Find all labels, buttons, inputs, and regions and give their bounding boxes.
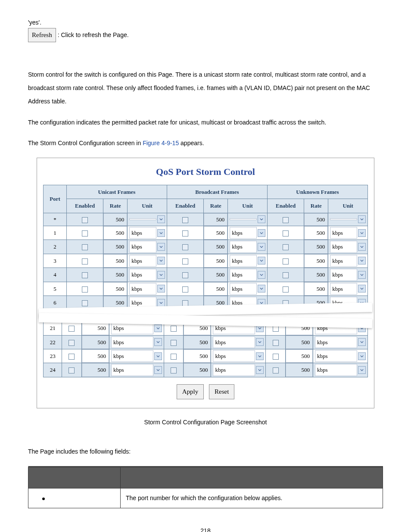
dropdown-arrow-icon[interactable] [358,271,366,279]
checkbox[interactable] [82,286,88,292]
checkbox[interactable] [182,286,188,292]
dropdown-arrow-icon[interactable] [157,229,165,237]
checkbox[interactable] [283,286,289,292]
dropdown-arrow-icon[interactable] [358,285,366,292]
rate-input[interactable]: 500 [103,268,127,281]
rate-input[interactable]: 500 [304,226,328,240]
checkbox[interactable] [171,340,177,346]
checkbox[interactable] [68,326,75,332]
rate-input[interactable]: 500 [286,349,313,363]
checkbox[interactable] [171,326,177,332]
dropdown-arrow-icon[interactable] [358,215,366,223]
checkbox[interactable] [273,340,279,346]
dropdown-arrow-icon[interactable] [154,324,162,332]
dropdown-arrow-icon[interactable] [258,257,265,264]
checkbox[interactable] [283,217,289,223]
checkbox[interactable] [182,230,188,236]
dropdown-arrow-icon[interactable] [157,285,165,292]
checkbox[interactable] [273,354,279,360]
unit-select[interactable]: kbps [230,269,257,280]
dropdown-arrow-icon[interactable] [258,243,265,251]
rate-input[interactable]: 500 [304,254,328,268]
unit-select[interactable]: kbps [230,255,257,267]
rate-input[interactable]: 500 [82,349,109,363]
refresh-button[interactable]: Refresh [28,28,56,42]
dropdown-arrow-icon[interactable] [258,215,265,223]
rate-input[interactable]: 500 [304,213,328,226]
rate-input[interactable]: 500 [204,268,227,281]
unit-select[interactable]: kbps [230,283,257,295]
unit-select[interactable]: kbps [213,350,255,362]
dropdown-arrow-icon[interactable] [258,229,265,237]
dropdown-arrow-icon[interactable] [358,243,366,251]
unit-select[interactable]: kbps [129,269,156,280]
figure-link[interactable]: Figure 4-9-15 [143,140,179,146]
rate-input[interactable]: 500 [204,213,227,226]
unit-select[interactable] [129,218,156,220]
unit-select[interactable]: kbps [111,350,153,362]
unit-select[interactable]: kbps [129,255,156,267]
rate-input[interactable]: 500 [82,336,109,349]
checkbox[interactable] [171,367,177,373]
unit-select[interactable] [230,218,257,220]
checkbox[interactable] [82,217,88,223]
unit-select[interactable]: kbps [230,227,257,239]
dropdown-arrow-icon[interactable] [157,271,165,279]
unit-select[interactable]: kbps [315,364,357,376]
unit-select[interactable]: kbps [330,283,357,295]
dropdown-arrow-icon[interactable] [358,257,366,264]
dropdown-arrow-icon[interactable] [256,366,264,374]
unit-select[interactable]: kbps [111,364,153,376]
checkbox[interactable] [182,217,188,223]
unit-select[interactable]: kbps [330,241,357,252]
checkbox[interactable] [82,258,88,264]
rate-input[interactable]: 500 [204,254,227,268]
rate-input[interactable]: 500 [82,363,109,376]
rate-input[interactable]: 500 [103,213,127,226]
checkbox[interactable] [283,272,289,278]
checkbox[interactable] [273,367,279,373]
rate-input[interactable]: 500 [286,363,313,376]
unit-select[interactable]: kbps [315,336,357,348]
rate-input[interactable]: 500 [103,240,127,253]
dropdown-arrow-icon[interactable] [258,285,265,292]
dropdown-arrow-icon[interactable] [157,215,165,223]
unit-select[interactable]: kbps [213,364,255,376]
dropdown-arrow-icon[interactable] [358,229,366,237]
dropdown-arrow-icon[interactable] [154,366,162,374]
checkbox[interactable] [68,367,75,373]
dropdown-arrow-icon[interactable] [157,243,165,251]
unit-select[interactable]: kbps [129,283,156,295]
checkbox[interactable] [82,272,88,278]
dropdown-arrow-icon[interactable] [256,338,264,346]
checkbox[interactable] [283,258,289,264]
checkbox[interactable] [82,230,88,236]
checkbox[interactable] [68,340,75,346]
checkbox[interactable] [182,244,188,250]
unit-select[interactable]: kbps [315,350,357,362]
rate-input[interactable]: 500 [204,240,227,253]
dropdown-arrow-icon[interactable] [157,299,165,307]
checkbox[interactable] [82,300,88,306]
unit-select[interactable] [330,218,357,220]
apply-button[interactable]: Apply [177,384,204,399]
checkbox[interactable] [283,230,289,236]
checkbox[interactable] [273,326,279,332]
checkbox[interactable] [283,244,289,250]
checkbox[interactable] [68,354,75,360]
dropdown-arrow-icon[interactable] [258,271,265,279]
rate-input[interactable]: 500 [103,254,127,268]
rate-input[interactable]: 500 [184,349,211,363]
rate-input[interactable]: 500 [103,282,127,296]
dropdown-arrow-icon[interactable] [358,366,366,374]
rate-input[interactable]: 500 [204,226,227,240]
reset-button[interactable]: Reset [209,384,234,399]
dropdown-arrow-icon[interactable] [154,352,162,360]
rate-input[interactable]: 500 [304,282,328,296]
unit-select[interactable]: kbps [129,227,156,239]
checkbox[interactable] [171,354,177,360]
checkbox[interactable] [182,272,188,278]
rate-input[interactable]: 500 [286,336,313,349]
rate-input[interactable]: 500 [204,282,227,296]
unit-select[interactable]: kbps [330,227,357,239]
